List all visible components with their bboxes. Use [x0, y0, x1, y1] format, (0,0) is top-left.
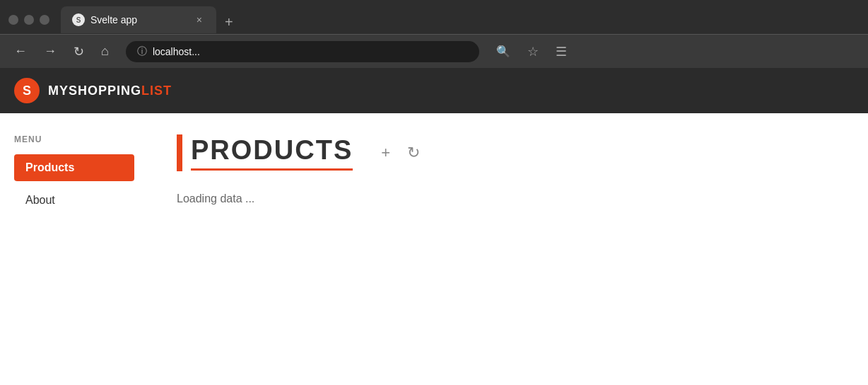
refresh-button[interactable]: ↻ [404, 141, 423, 165]
tab-close-button[interactable]: × [194, 13, 205, 27]
close-window-btn[interactable] [8, 15, 18, 25]
new-tab-button[interactable]: + [216, 11, 242, 33]
menu-label: MENU [14, 134, 134, 144]
page-actions: + ↻ [378, 141, 423, 165]
page-content: PRODUCTS + ↻ Loading data ... [148, 134, 868, 290]
main-content: MENU Products About PRODUCTS + ↻ Loading… [0, 113, 868, 311]
sidebar-item-products[interactable]: Products [14, 154, 134, 181]
nav-bar: ← → ↻ ⌂ ⓘ localhost... 🔍 ☆ ☰ [0, 34, 868, 68]
address-bar[interactable]: ⓘ localhost... [126, 41, 479, 62]
home-button[interactable]: ⌂ [95, 41, 115, 62]
sidebar-item-about[interactable]: About [14, 187, 134, 214]
address-text: localhost... [153, 46, 200, 57]
tab-favicon: S [72, 13, 85, 26]
page-title-bar: PRODUCTS [177, 134, 353, 171]
title-accent-bar [177, 134, 182, 171]
bookmarks-menu-button[interactable]: ☰ [550, 41, 573, 62]
back-button[interactable]: ← [8, 41, 33, 62]
page-title: PRODUCTS [191, 135, 353, 171]
maximize-window-btn[interactable] [40, 15, 49, 25]
sidebar: MENU Products About [0, 134, 148, 290]
loading-text: Loading data ... [177, 192, 840, 205]
title-bar: S Svelte app × + [0, 0, 868, 34]
minimize-window-btn[interactable] [24, 15, 34, 25]
zoom-button[interactable]: 🔍 [491, 42, 516, 61]
forward-button[interactable]: → [38, 41, 62, 62]
window-controls [8, 15, 49, 25]
app-header: S MYSHOPPINGLIST [0, 68, 868, 113]
app-title: MYSHOPPINGLIST [48, 84, 172, 98]
app-logo: S [14, 78, 40, 103]
add-product-button[interactable]: + [378, 141, 393, 165]
info-icon: ⓘ [137, 45, 147, 58]
bookmark-star-button[interactable]: ☆ [522, 41, 544, 62]
active-tab[interactable]: S Svelte app × [61, 6, 216, 33]
tabs-area: S Svelte app × + [61, 6, 860, 33]
reload-button[interactable]: ↻ [68, 41, 90, 62]
page-header: PRODUCTS + ↻ [177, 134, 840, 171]
tab-title: Svelte app [90, 14, 188, 25]
